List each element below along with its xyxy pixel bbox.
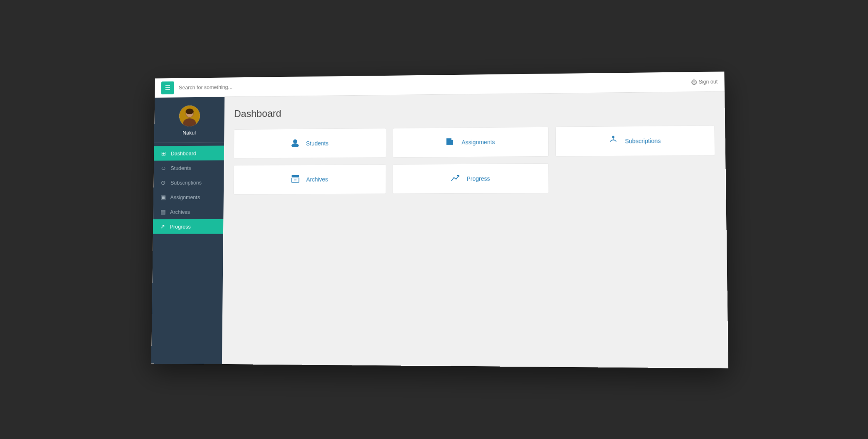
students-card[interactable]: Students (234, 128, 386, 158)
username: Nakul (182, 130, 196, 136)
avatar (179, 105, 200, 126)
assignments-card[interactable]: Assignments (393, 127, 549, 158)
archives-card-icon (291, 174, 300, 185)
sign-out-label: Sign out (699, 79, 718, 85)
power-icon: ⏻ (691, 79, 697, 85)
students-icon: ☺ (160, 165, 167, 171)
assignments-card-icon (446, 137, 455, 148)
sidebar-item-archives[interactable]: ▤ Archives (153, 205, 224, 220)
sign-out-button[interactable]: ⏻ Sign out (691, 78, 718, 85)
menu-button[interactable]: ☰ (161, 81, 174, 94)
search-input[interactable] (179, 79, 691, 91)
assignments-icon: ▣ (160, 194, 166, 200)
archives-card[interactable]: Archives (233, 164, 386, 195)
svg-point-9 (613, 136, 614, 138)
sidebar-item-progress[interactable]: ↗ Progress (153, 219, 223, 234)
archives-icon: ▤ (160, 209, 166, 215)
archives-card-label: Archives (306, 176, 328, 183)
subscriptions-card[interactable]: Subscriptions (555, 126, 715, 157)
subscriptions-card-icon (609, 136, 618, 147)
sidebar-item-label: Assignments (170, 194, 200, 200)
cards-grid: Students Assignments Subscriptions (233, 126, 715, 195)
sidebar-item-dashboard[interactable]: ⊞ Dashboard (154, 146, 224, 160)
students-card-icon (291, 138, 300, 149)
sidebar: Nakul ⊞ Dashboard ☺ Students ⊙ Subscript… (151, 97, 224, 364)
sidebar-item-label: Archives (170, 209, 190, 215)
students-card-label: Students (306, 140, 328, 147)
sidebar-item-label: Progress (170, 223, 191, 229)
app-wrapper: ☰ ⏻ Sign out Nakul (151, 72, 728, 368)
content-area: Dashboard Students Assignments (222, 92, 728, 369)
svg-point-5 (293, 139, 297, 143)
sidebar-nav: ⊞ Dashboard ☺ Students ⊙ Subscriptions ▣… (151, 143, 224, 364)
sidebar-item-students[interactable]: ☺ Students (154, 160, 224, 175)
progress-card[interactable]: Progress (393, 163, 549, 194)
progress-icon: ↗ (160, 223, 166, 230)
svg-rect-10 (291, 175, 299, 177)
sidebar-item-subscriptions[interactable]: ⊙ Subscriptions (153, 175, 224, 190)
avatar-image (179, 105, 200, 126)
sidebar-item-label: Students (170, 165, 191, 171)
sidebar-item-label: Dashboard (171, 150, 196, 156)
subscriptions-card-label: Subscriptions (625, 138, 661, 145)
sidebar-item-assignments[interactable]: ▣ Assignments (153, 190, 224, 205)
sidebar-user: Nakul (154, 97, 224, 143)
dashboard-icon: ⊞ (160, 150, 167, 157)
assignments-card-label: Assignments (461, 139, 495, 146)
progress-card-label: Progress (466, 175, 490, 182)
main-layout: Nakul ⊞ Dashboard ☺ Students ⊙ Subscript… (151, 92, 728, 369)
hamburger-icon: ☰ (165, 84, 170, 92)
sidebar-item-label: Subscriptions (170, 179, 202, 185)
subscriptions-icon: ⊙ (160, 179, 167, 186)
svg-point-6 (291, 143, 299, 147)
page-title: Dashboard (234, 104, 715, 120)
progress-card-icon (451, 173, 460, 184)
